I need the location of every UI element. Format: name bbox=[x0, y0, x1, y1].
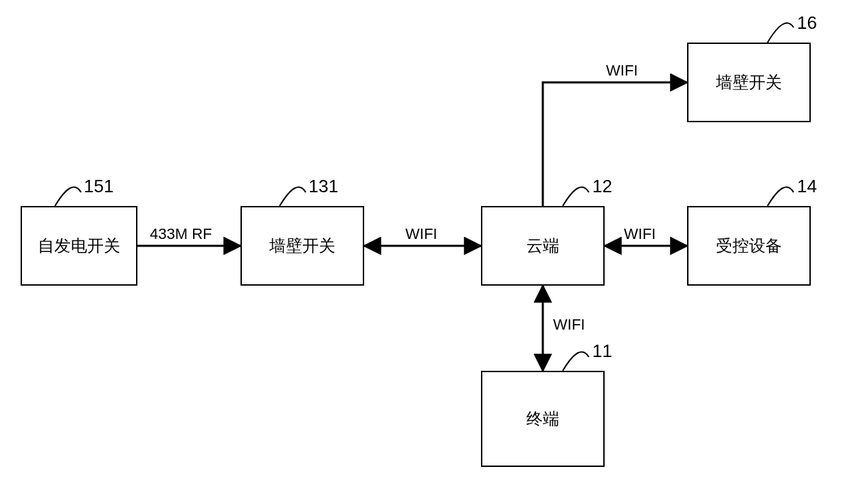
ref-11: 11 bbox=[592, 341, 612, 362]
node-wall-switch-16: 墙壁开关 bbox=[687, 43, 811, 122]
diagram-stage: 自发电开关 墙壁开关 云端 受控设备 墙壁开关 终端 151 131 12 14… bbox=[0, 0, 852, 504]
node-label: 云端 bbox=[526, 235, 559, 257]
ref-151: 151 bbox=[84, 176, 113, 197]
node-label: 墙壁开关 bbox=[269, 235, 335, 257]
node-wall-switch-131: 墙壁开关 bbox=[240, 206, 364, 286]
ref-12: 12 bbox=[592, 176, 612, 197]
node-label: 受控设备 bbox=[716, 235, 782, 257]
node-cloud: 云端 bbox=[481, 206, 605, 286]
edge-label-433m-rf: 433M RF bbox=[150, 225, 212, 243]
ref-16: 16 bbox=[797, 12, 817, 34]
node-label: 自发电开关 bbox=[38, 235, 120, 257]
node-self-powered-switch: 自发电开关 bbox=[21, 206, 137, 286]
node-label: 墙壁开关 bbox=[716, 71, 782, 93]
node-controlled-device: 受控设备 bbox=[687, 206, 811, 286]
ref-14: 14 bbox=[797, 176, 817, 197]
edge-label-wifi-12-11: WIFI bbox=[553, 316, 585, 334]
node-terminal: 终端 bbox=[481, 371, 605, 467]
edge-label-wifi-12-14: WIFI bbox=[624, 225, 655, 243]
ref-131: 131 bbox=[309, 176, 338, 197]
node-label: 终端 bbox=[526, 408, 559, 430]
edge-label-wifi-12-16: WIFI bbox=[606, 62, 638, 80]
edge-label-wifi-131-12: WIFI bbox=[405, 225, 437, 243]
